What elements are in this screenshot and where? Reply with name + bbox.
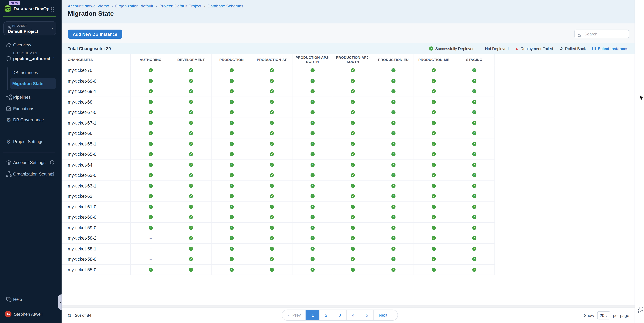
sidebar-item-account-settings[interactable]: Account Settings i	[0, 157, 62, 168]
sidebar-item-organization-settings[interactable]: Organization Settings i	[0, 169, 62, 179]
status-cell: ✓	[131, 223, 171, 233]
status-cell: ✓	[292, 128, 333, 138]
status-cell: ✓	[414, 160, 454, 170]
status-cell: ✓	[414, 149, 454, 159]
status-cell: ✓	[292, 76, 333, 86]
status-cell: ✓	[333, 86, 374, 97]
prev-page-button[interactable]: ← Prev	[282, 310, 306, 320]
status-cell: ✓	[252, 118, 292, 128]
help-button[interactable]: ? Help	[0, 294, 62, 304]
status-cell: ✓	[252, 107, 292, 117]
user-menu[interactable]: SA Stephen Atwell	[0, 309, 62, 319]
page-button-1[interactable]: 1	[306, 310, 319, 320]
status-cell: ✓	[454, 118, 495, 128]
table-row: my-ticket-55-0✓✓✓✓✓✓✓✓✓	[62, 265, 495, 275]
show-label: Show	[584, 313, 594, 318]
deployed-check-icon: ✓	[230, 267, 234, 271]
sidebar-item-overview[interactable]: Overview	[0, 40, 62, 50]
status-cell: ✓	[252, 149, 292, 159]
deployed-check-icon: ✓	[472, 152, 476, 156]
status-cell: ✓	[414, 128, 454, 138]
status-cell: ✓	[333, 107, 374, 117]
status-cell: ✓	[252, 160, 292, 170]
sidebar: NEW Database DevOps PROJECT	[0, 0, 62, 323]
deployed-check-icon: ✓	[230, 89, 234, 93]
status-cell: ✓	[212, 191, 252, 201]
status-cell: ✓	[292, 243, 333, 254]
status-cell: ✓	[374, 223, 414, 233]
total-changesets-label: Total Changesets: 20	[68, 46, 111, 51]
deployed-check-icon: ✓	[351, 152, 355, 156]
home-icon	[6, 42, 12, 48]
column-header: PRODUCTION-AF	[252, 54, 292, 65]
status-cell: ✓	[374, 65, 414, 76]
sidebar-item-executions[interactable]: Executions	[0, 103, 62, 114]
status-cell: ✓	[374, 233, 414, 243]
project-selector[interactable]: PROJECT Default Project ›	[3, 22, 56, 36]
deployed-check-icon: ✓	[189, 215, 193, 219]
deployed-check-icon: ✓	[432, 205, 436, 209]
page-button-5[interactable]: 5	[360, 310, 374, 320]
status-cell: ✓	[171, 233, 212, 243]
deployed-check-icon: ✓	[432, 142, 436, 146]
sidebar-item-db-schemas[interactable]: DB SCHEMAS pipeline_authored ›	[0, 51, 62, 67]
deployed-check-icon: ✓	[148, 121, 152, 125]
deployed-check-icon: ✓	[310, 215, 314, 219]
deployed-check-icon: ✓	[148, 142, 152, 146]
page-button-4[interactable]: 4	[346, 310, 360, 320]
deployed-check-icon: ✓	[148, 131, 152, 135]
chat-widget-icon[interactable]	[638, 307, 644, 313]
search-box[interactable]	[574, 30, 629, 38]
apps-grid-icon[interactable]	[49, 6, 54, 11]
gear-icon: ⚙	[6, 138, 12, 145]
next-page-button[interactable]: Next →	[374, 310, 397, 320]
status-cell: ✓	[292, 107, 333, 117]
breadcrumb-link[interactable]: Account: satwell-demo	[68, 4, 109, 8]
status-cell: ✓	[374, 149, 414, 159]
deployed-check-icon: ✓	[189, 163, 193, 167]
breadcrumb-link[interactable]: Database Schemas	[208, 4, 244, 8]
deployed-check-icon: ✓	[310, 236, 314, 240]
sidebar-item-db-governance[interactable]: ⚙ DB Governance	[0, 114, 62, 125]
project-label: PROJECT	[12, 24, 27, 27]
search-input[interactable]	[584, 31, 626, 37]
table-footer: (1 - 20) of 84 ← Prev 12345 Next → Show …	[62, 308, 634, 323]
sidebar-item-pipelines[interactable]: Pipelines	[0, 92, 62, 102]
page-button-2[interactable]: 2	[319, 310, 333, 320]
sidebar-item-db-instances[interactable]: DB Instances	[10, 68, 56, 77]
app-window: NEW Database DevOps PROJECT	[0, 0, 644, 323]
page-size-select[interactable]: 20 ∨	[597, 311, 610, 320]
status-cell: ✓	[454, 139, 495, 149]
status-cell: ✓	[414, 86, 454, 97]
deployed-check-icon: ✓	[432, 173, 436, 177]
status-cell: ✓	[171, 107, 212, 117]
status-cell: ✓	[252, 243, 292, 254]
select-instances-button[interactable]: Select Instances	[592, 46, 628, 51]
add-db-instance-button[interactable]: Add New DB Instance	[68, 30, 122, 39]
deployed-check-icon: ✓	[189, 110, 193, 114]
status-cell: ✓	[171, 76, 212, 86]
deployed-check-icon: ✓	[310, 100, 314, 104]
page-button-3[interactable]: 3	[333, 310, 346, 320]
deployed-check-icon: ✓	[432, 257, 436, 261]
deployed-check-icon: ✓	[351, 236, 355, 240]
deployed-check-icon: ✓	[310, 246, 314, 251]
status-cell: ✓	[454, 233, 495, 243]
deployed-check-icon: ✓	[391, 110, 395, 114]
app-logo-icon	[3, 5, 12, 13]
breadcrumb-link[interactable]: Organization: default	[115, 4, 153, 8]
deployed-check-icon: ✓	[189, 205, 193, 209]
status-cell: ✓	[252, 212, 292, 222]
deployed-check-icon: ✓	[148, 226, 152, 230]
deployed-check-icon: ✓	[351, 163, 355, 167]
status-cell: ✓	[212, 76, 252, 86]
changeset-name: my-ticket-68	[62, 97, 130, 107]
sidebar-collapse-handle[interactable]: ◀	[58, 294, 62, 310]
sidebar-item-project-settings[interactable]: ⚙ Project Settings	[0, 136, 62, 147]
horizontal-scrollbar[interactable]	[62, 305, 634, 308]
deployed-check-icon: ✓	[148, 173, 152, 177]
deployed-check-icon: ✓	[189, 68, 193, 72]
breadcrumb-link[interactable]: Project: Default Project	[159, 4, 201, 8]
sidebar-item-migration-state[interactable]: Migration State	[10, 78, 56, 89]
deployed-check-icon: ✓	[189, 100, 193, 104]
